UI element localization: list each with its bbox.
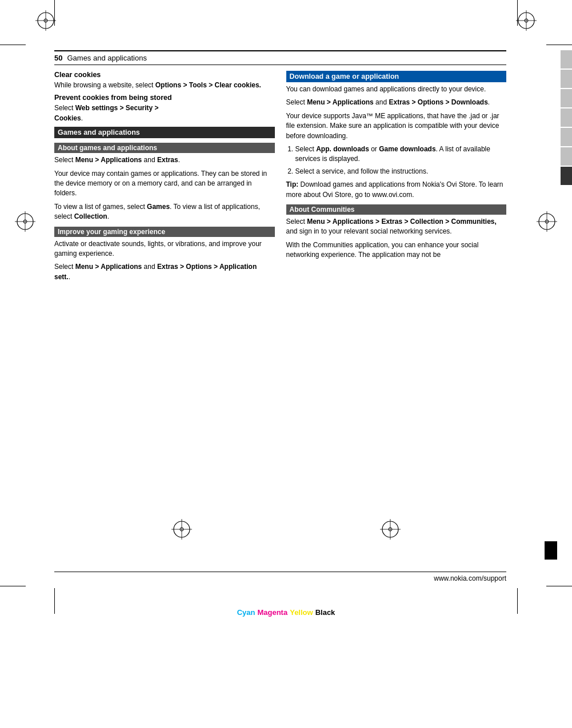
side-tab-1 bbox=[561, 50, 572, 69]
download-step-1: Select App. downloads or Game downloads.… bbox=[295, 144, 507, 164]
download-para3: Your device supports Java™ ME applicatio… bbox=[286, 111, 507, 141]
trim-mark bbox=[0, 45, 26, 45]
content-area: 50 Games and applications Clear cookies … bbox=[54, 50, 506, 582]
side-tab-4 bbox=[561, 108, 572, 127]
about-games-para3: To view a list of games, select Games. T… bbox=[54, 202, 275, 222]
download-steps-list: Select App. downloads or Game downloads.… bbox=[295, 144, 507, 176]
registration-mark-mid-left bbox=[15, 211, 35, 232]
trim-mark bbox=[517, 588, 518, 614]
side-tab-5 bbox=[561, 128, 572, 146]
color-magenta-label: Magenta bbox=[257, 608, 287, 617]
improve-gaming-para2: Select Menu > Applications and Extras > … bbox=[54, 262, 275, 282]
communities-para2: With the Communities application, you ca… bbox=[286, 240, 507, 260]
prevent-cookies-body: Select Web settings > Security >Cookies. bbox=[54, 103, 275, 123]
left-column: Clear cookies While browsing a website, … bbox=[54, 71, 275, 285]
page-number: 50 bbox=[54, 54, 62, 62]
black-swatch bbox=[545, 541, 557, 560]
color-yellow-label: Yellow bbox=[290, 608, 313, 617]
side-tab-7 bbox=[561, 167, 572, 185]
download-para2: Select Menu > Applications and Extras > … bbox=[286, 98, 507, 107]
improve-gaming-para1: Activate or deactivate sounds, lights, o… bbox=[54, 239, 275, 259]
trim-mark bbox=[0, 586, 26, 586]
color-black-label: Black bbox=[315, 608, 335, 617]
download-step-2: Select a service, and follow the instruc… bbox=[295, 167, 507, 176]
registration-mark-top-right bbox=[516, 10, 537, 31]
page-container: 50 Games and applications Clear cookies … bbox=[0, 0, 572, 728]
side-tabs bbox=[561, 50, 572, 185]
improve-gaming-subheading: Improve your gaming experience bbox=[54, 227, 275, 237]
games-section-heading: Games and applications bbox=[54, 127, 275, 138]
two-column-layout: Clear cookies While browsing a website, … bbox=[54, 71, 506, 285]
clear-cookies-section: Clear cookies While browsing a website, … bbox=[54, 71, 275, 90]
side-tab-3 bbox=[561, 89, 572, 107]
clear-cookies-heading: Clear cookies bbox=[54, 71, 275, 79]
trim-mark bbox=[546, 45, 572, 45]
right-column: Download a game or application You can d… bbox=[286, 71, 507, 285]
registration-mark-mid-right bbox=[537, 211, 557, 232]
download-section-heading: Download a game or application bbox=[286, 71, 507, 82]
side-tab-6 bbox=[561, 147, 572, 166]
communities-para1: Select Menu > Applications > Extras > Co… bbox=[286, 217, 507, 237]
about-games-subheading: About games and applications bbox=[54, 143, 275, 153]
tip-label: Tip: bbox=[286, 180, 299, 188]
header-title: Games and applications bbox=[67, 54, 146, 62]
trim-mark bbox=[546, 586, 572, 586]
color-bar: Cyan Magenta Yellow Black bbox=[237, 608, 335, 617]
color-cyan-label: Cyan bbox=[237, 608, 255, 617]
trim-mark bbox=[54, 588, 55, 614]
side-tab-2 bbox=[561, 70, 572, 88]
clear-cookies-body: While browsing a website, select Options… bbox=[54, 81, 275, 90]
page-footer: www.nokia.com/support bbox=[54, 572, 506, 582]
about-games-para2: Your device may contain games or applica… bbox=[54, 169, 275, 199]
page-header: 50 Games and applications bbox=[54, 50, 506, 65]
footer-url: www.nokia.com/support bbox=[434, 574, 506, 582]
prevent-cookies-section: Prevent cookies from being stored Select… bbox=[54, 94, 275, 123]
about-games-para1: Select Menu > Applications and Extras. bbox=[54, 155, 275, 165]
prevent-cookies-heading: Prevent cookies from being stored bbox=[54, 94, 275, 102]
registration-mark-top-left bbox=[35, 10, 56, 31]
download-para1: You can download games and applications … bbox=[286, 85, 507, 94]
download-tip: Tip: Download games and applications fro… bbox=[286, 180, 507, 200]
communities-subheading: About Communities bbox=[286, 204, 507, 215]
